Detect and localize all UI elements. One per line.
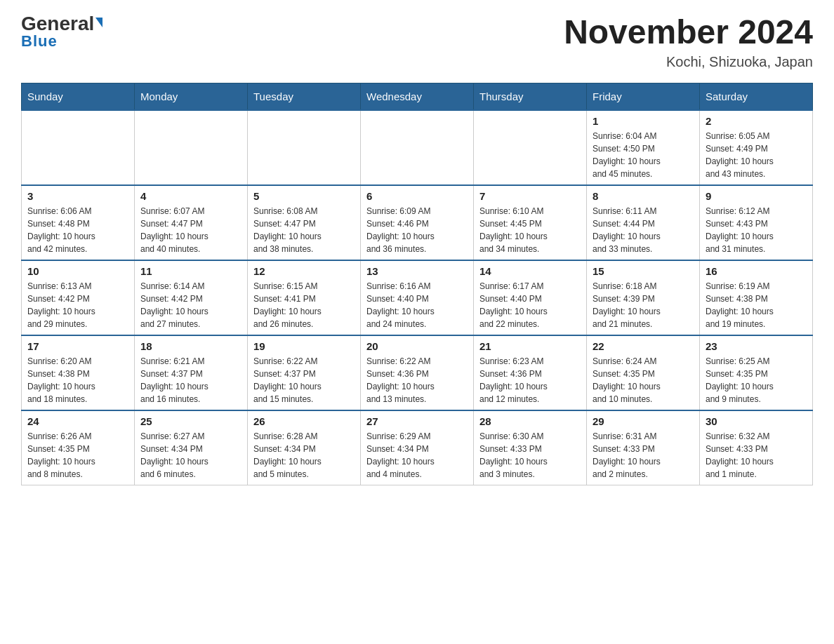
calendar-cell: 15Sunrise: 6:18 AM Sunset: 4:39 PM Dayli… — [587, 260, 700, 335]
day-info: Sunrise: 6:32 AM Sunset: 4:33 PM Dayligh… — [706, 430, 807, 481]
day-number: 19 — [253, 340, 355, 352]
day-number: 25 — [140, 415, 241, 427]
calendar-cell: 9Sunrise: 6:12 AM Sunset: 4:43 PM Daylig… — [700, 185, 813, 260]
day-number: 28 — [479, 415, 581, 427]
day-info: Sunrise: 6:10 AM Sunset: 4:45 PM Dayligh… — [479, 205, 581, 255]
day-info: Sunrise: 6:04 AM Sunset: 4:50 PM Dayligh… — [593, 130, 694, 180]
calendar-cell — [248, 110, 361, 185]
calendar-cell: 25Sunrise: 6:27 AM Sunset: 4:34 PM Dayli… — [135, 410, 248, 485]
calendar-header-row: SundayMondayTuesdayWednesdayThursdayFrid… — [22, 83, 813, 110]
calendar-cell: 4Sunrise: 6:07 AM Sunset: 4:47 PM Daylig… — [135, 185, 248, 260]
day-number: 11 — [140, 265, 241, 277]
calendar-week-4: 17Sunrise: 6:20 AM Sunset: 4:38 PM Dayli… — [22, 335, 813, 410]
calendar-cell: 10Sunrise: 6:13 AM Sunset: 4:42 PM Dayli… — [22, 260, 135, 335]
day-number: 20 — [366, 340, 468, 352]
day-info: Sunrise: 6:23 AM Sunset: 4:36 PM Dayligh… — [479, 355, 581, 405]
calendar-cell: 8Sunrise: 6:11 AM Sunset: 4:44 PM Daylig… — [587, 185, 700, 260]
day-info: Sunrise: 6:18 AM Sunset: 4:39 PM Dayligh… — [593, 280, 694, 330]
day-info: Sunrise: 6:11 AM Sunset: 4:44 PM Dayligh… — [593, 205, 694, 255]
day-number: 22 — [593, 340, 694, 352]
column-header-wednesday: Wednesday — [361, 83, 474, 110]
calendar-cell: 24Sunrise: 6:26 AM Sunset: 4:35 PM Dayli… — [22, 410, 135, 485]
calendar: SundayMondayTuesdayWednesdayThursdayFrid… — [21, 83, 813, 485]
day-number: 8 — [593, 190, 694, 202]
day-number: 16 — [706, 265, 807, 277]
day-number: 2 — [706, 115, 807, 127]
calendar-cell — [474, 110, 587, 185]
day-info: Sunrise: 6:15 AM Sunset: 4:41 PM Dayligh… — [253, 280, 355, 330]
day-info: Sunrise: 6:14 AM Sunset: 4:42 PM Dayligh… — [140, 280, 241, 330]
day-info: Sunrise: 6:07 AM Sunset: 4:47 PM Dayligh… — [140, 205, 241, 255]
day-info: Sunrise: 6:12 AM Sunset: 4:43 PM Dayligh… — [706, 205, 807, 255]
day-number: 26 — [253, 415, 355, 427]
logo-general: General — [21, 14, 102, 34]
day-info: Sunrise: 6:06 AM Sunset: 4:48 PM Dayligh… — [27, 205, 128, 255]
day-info: Sunrise: 6:09 AM Sunset: 4:46 PM Dayligh… — [366, 205, 468, 255]
day-number: 17 — [27, 340, 128, 352]
day-info: Sunrise: 6:20 AM Sunset: 4:38 PM Dayligh… — [27, 355, 128, 405]
column-header-thursday: Thursday — [474, 83, 587, 110]
calendar-cell — [135, 110, 248, 185]
calendar-cell: 11Sunrise: 6:14 AM Sunset: 4:42 PM Dayli… — [135, 260, 248, 335]
calendar-cell: 18Sunrise: 6:21 AM Sunset: 4:37 PM Dayli… — [135, 335, 248, 410]
day-info: Sunrise: 6:30 AM Sunset: 4:33 PM Dayligh… — [479, 430, 581, 481]
day-number: 27 — [366, 415, 468, 427]
location-title: Kochi, Shizuoka, Japan — [564, 54, 813, 70]
day-number: 1 — [593, 115, 694, 127]
column-header-saturday: Saturday — [700, 83, 813, 110]
day-info: Sunrise: 6:26 AM Sunset: 4:35 PM Dayligh… — [27, 430, 128, 481]
day-info: Sunrise: 6:08 AM Sunset: 4:47 PM Dayligh… — [253, 205, 355, 255]
day-info: Sunrise: 6:28 AM Sunset: 4:34 PM Dayligh… — [253, 430, 355, 481]
day-number: 13 — [366, 265, 468, 277]
calendar-cell: 19Sunrise: 6:22 AM Sunset: 4:37 PM Dayli… — [248, 335, 361, 410]
calendar-cell: 16Sunrise: 6:19 AM Sunset: 4:38 PM Dayli… — [700, 260, 813, 335]
calendar-cell: 22Sunrise: 6:24 AM Sunset: 4:35 PM Dayli… — [587, 335, 700, 410]
calendar-week-1: 1Sunrise: 6:04 AM Sunset: 4:50 PM Daylig… — [22, 110, 813, 185]
day-number: 4 — [140, 190, 241, 202]
calendar-cell: 14Sunrise: 6:17 AM Sunset: 4:40 PM Dayli… — [474, 260, 587, 335]
calendar-cell: 20Sunrise: 6:22 AM Sunset: 4:36 PM Dayli… — [361, 335, 474, 410]
day-info: Sunrise: 6:22 AM Sunset: 4:36 PM Dayligh… — [366, 355, 468, 405]
day-number: 29 — [593, 415, 694, 427]
column-header-sunday: Sunday — [22, 83, 135, 110]
logo-area: General Blue — [21, 14, 102, 51]
calendar-week-5: 24Sunrise: 6:26 AM Sunset: 4:35 PM Dayli… — [22, 410, 813, 485]
day-number: 23 — [706, 340, 807, 352]
calendar-cell: 21Sunrise: 6:23 AM Sunset: 4:36 PM Dayli… — [474, 335, 587, 410]
day-info: Sunrise: 6:19 AM Sunset: 4:38 PM Dayligh… — [706, 280, 807, 330]
calendar-cell: 23Sunrise: 6:25 AM Sunset: 4:35 PM Dayli… — [700, 335, 813, 410]
day-number: 24 — [27, 415, 128, 427]
day-number: 9 — [706, 190, 807, 202]
day-number: 15 — [593, 265, 694, 277]
day-number: 7 — [479, 190, 581, 202]
calendar-cell: 29Sunrise: 6:31 AM Sunset: 4:33 PM Dayli… — [587, 410, 700, 485]
column-header-friday: Friday — [587, 83, 700, 110]
day-number: 6 — [366, 190, 468, 202]
calendar-cell: 12Sunrise: 6:15 AM Sunset: 4:41 PM Dayli… — [248, 260, 361, 335]
day-number: 12 — [253, 265, 355, 277]
calendar-week-2: 3Sunrise: 6:06 AM Sunset: 4:48 PM Daylig… — [22, 185, 813, 260]
day-number: 14 — [479, 265, 581, 277]
column-header-tuesday: Tuesday — [248, 83, 361, 110]
title-area: November 2024 Kochi, Shizuoka, Japan — [564, 14, 813, 70]
calendar-cell: 3Sunrise: 6:06 AM Sunset: 4:48 PM Daylig… — [22, 185, 135, 260]
calendar-cell: 28Sunrise: 6:30 AM Sunset: 4:33 PM Dayli… — [474, 410, 587, 485]
calendar-cell — [22, 110, 135, 185]
day-info: Sunrise: 6:16 AM Sunset: 4:40 PM Dayligh… — [366, 280, 468, 330]
day-number: 30 — [706, 415, 807, 427]
day-number: 10 — [27, 265, 128, 277]
calendar-cell: 7Sunrise: 6:10 AM Sunset: 4:45 PM Daylig… — [474, 185, 587, 260]
day-info: Sunrise: 6:27 AM Sunset: 4:34 PM Dayligh… — [140, 430, 241, 481]
calendar-week-3: 10Sunrise: 6:13 AM Sunset: 4:42 PM Dayli… — [22, 260, 813, 335]
calendar-cell: 13Sunrise: 6:16 AM Sunset: 4:40 PM Dayli… — [361, 260, 474, 335]
calendar-cell — [361, 110, 474, 185]
day-info: Sunrise: 6:21 AM Sunset: 4:37 PM Dayligh… — [140, 355, 241, 405]
calendar-cell: 6Sunrise: 6:09 AM Sunset: 4:46 PM Daylig… — [361, 185, 474, 260]
calendar-cell: 30Sunrise: 6:32 AM Sunset: 4:33 PM Dayli… — [700, 410, 813, 485]
day-info: Sunrise: 6:05 AM Sunset: 4:49 PM Dayligh… — [706, 130, 807, 180]
calendar-cell: 5Sunrise: 6:08 AM Sunset: 4:47 PM Daylig… — [248, 185, 361, 260]
day-info: Sunrise: 6:29 AM Sunset: 4:34 PM Dayligh… — [366, 430, 468, 481]
column-header-monday: Monday — [135, 83, 248, 110]
month-title: November 2024 — [564, 14, 813, 51]
calendar-cell: 17Sunrise: 6:20 AM Sunset: 4:38 PM Dayli… — [22, 335, 135, 410]
